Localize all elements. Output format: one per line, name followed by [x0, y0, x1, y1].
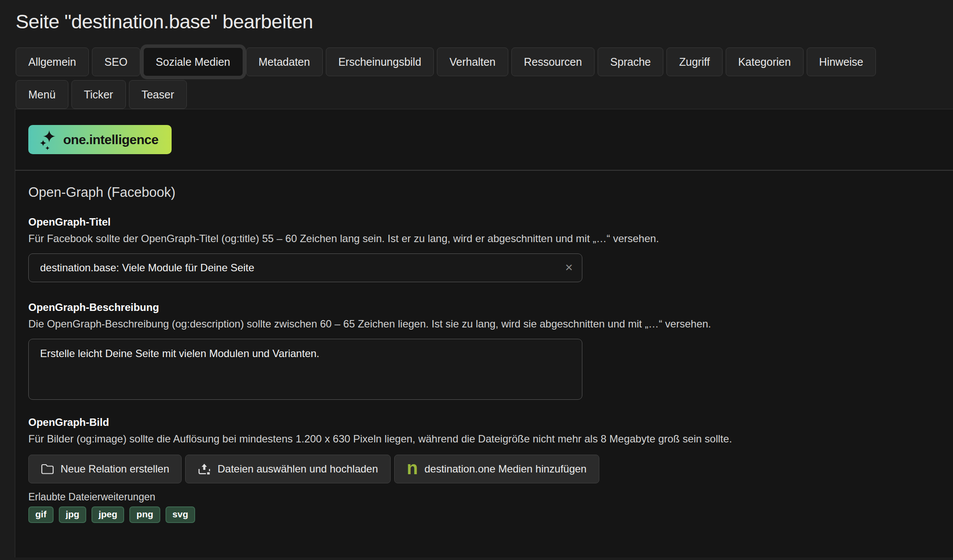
upload-files-button[interactable]: Dateien auswählen und hochladen — [185, 455, 390, 483]
destination-one-media-button[interactable]: n destination.one Medien hinzufügen — [394, 455, 599, 483]
og-title-input[interactable] — [28, 253, 582, 282]
extension-badge: png — [129, 506, 160, 523]
section-heading: Open-Graph (Facebook) — [28, 185, 940, 200]
tab-label: Sprache — [610, 56, 651, 68]
destination-one-logo: n — [407, 460, 418, 476]
tab[interactable]: Ticker — [71, 80, 126, 109]
upload-icon — [198, 463, 211, 475]
tab-label: Kategorien — [738, 56, 791, 68]
extension-badge: jpeg — [91, 506, 124, 523]
upload-files-label: Dateien auswählen und hochladen — [217, 463, 378, 475]
extension-badge-label: gif — [35, 509, 47, 519]
folder-icon — [41, 463, 54, 475]
tab-label: Hinweise — [819, 56, 863, 68]
tab-label: Allgemein — [28, 56, 76, 68]
allowed-extensions-label: Erlaubte Dateierweiterungen — [28, 491, 940, 503]
tab[interactable]: Menü — [16, 80, 68, 109]
tab[interactable]: Verhalten — [437, 47, 508, 76]
tab-label: Soziale Medien — [156, 56, 230, 68]
tab[interactable]: SEO — [92, 47, 140, 76]
tab-bar-main: Allgemein SEO Soziale Medien Metadaten E… — [16, 47, 943, 76]
og-description-help: Die OpenGraph-Beschreibung (og:descripti… — [28, 318, 940, 330]
tab-bar-secondary: Menü Ticker Teaser — [16, 80, 943, 109]
tab[interactable]: Zugriff — [666, 47, 722, 76]
tab[interactable]: Hinweise — [807, 47, 876, 76]
allowed-extensions-badges: gif jpg jpeg png svg — [28, 506, 940, 523]
og-title-input-wrap: × — [28, 253, 582, 282]
tab-label: SEO — [105, 56, 128, 68]
one-intelligence-label: one.intelligence — [63, 132, 159, 147]
og-image-label: OpenGraph-Bild — [28, 416, 940, 428]
tab-label: Ticker — [84, 88, 113, 101]
destination-one-media-label: destination.one Medien hinzufügen — [424, 463, 586, 475]
tab[interactable]: Soziale Medien — [143, 47, 243, 76]
tab[interactable]: Teaser — [129, 80, 187, 109]
extension-badge: jpg — [59, 506, 87, 523]
extension-badge: gif — [28, 506, 54, 523]
new-relation-label: Neue Relation erstellen — [61, 463, 169, 475]
extension-badge-label: jpg — [66, 509, 80, 519]
one-intelligence-button[interactable]: one.intelligence — [28, 125, 172, 154]
tab-label: Menü — [28, 88, 56, 101]
tab[interactable]: Ressourcen — [511, 47, 595, 76]
og-title-label: OpenGraph-Titel — [28, 216, 940, 228]
og-description-textarea[interactable]: Erstelle leicht Deine Seite mit vielen M… — [28, 339, 582, 400]
og-image-help: Für Bilder (og:image) sollte die Auflösu… — [28, 433, 940, 445]
tab-label: Ressourcen — [524, 56, 582, 68]
new-relation-button[interactable]: Neue Relation erstellen — [28, 455, 182, 483]
tab[interactable]: Metadaten — [246, 47, 323, 76]
extension-badge-label: jpeg — [98, 509, 117, 519]
tab[interactable]: Allgemein — [16, 47, 89, 76]
tab-label: Metadaten — [259, 56, 310, 68]
tab-label: Zugriff — [679, 56, 710, 68]
extension-badge: svg — [166, 506, 195, 523]
tab-content-panel: one.intelligence Open-Graph (Facebook) O… — [15, 109, 953, 557]
og-title-help: Für Facebook sollte der OpenGraph-Titel … — [28, 233, 940, 245]
page-title: Seite "destination.base" bearbeiten — [16, 10, 937, 33]
extension-badge-label: png — [136, 509, 153, 519]
tab-label: Teaser — [142, 88, 174, 101]
tab[interactable]: Sprache — [598, 47, 663, 76]
clear-input-icon[interactable]: × — [565, 261, 573, 274]
tab[interactable]: Kategorien — [726, 47, 804, 76]
tab-label: Erscheinungsbild — [338, 56, 421, 68]
tab[interactable]: Erscheinungsbild — [326, 47, 434, 76]
tab-label: Verhalten — [449, 56, 496, 68]
og-image-button-row: Neue Relation erstellen Dateien auswähle… — [28, 455, 940, 483]
og-description-label: OpenGraph-Beschreibung — [28, 301, 940, 314]
extension-badge-label: svg — [172, 509, 188, 519]
section-divider — [15, 170, 953, 171]
sparkles-icon — [39, 129, 58, 150]
